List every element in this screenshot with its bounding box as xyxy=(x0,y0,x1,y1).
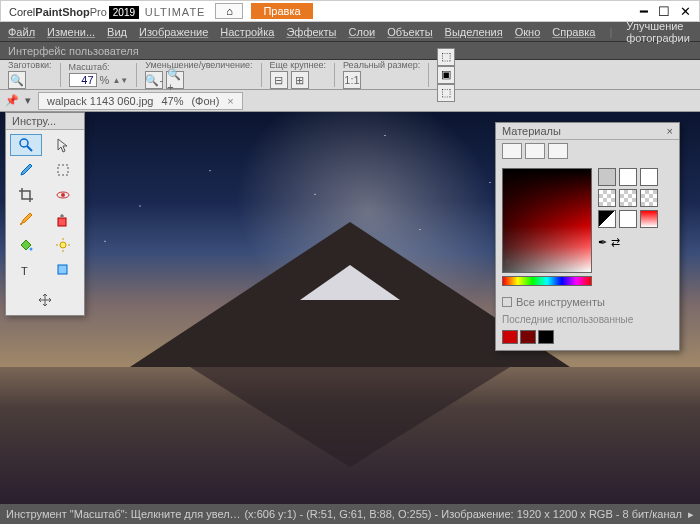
recent-swatch-1[interactable] xyxy=(502,330,518,344)
swatch-transparent-2[interactable] xyxy=(619,189,637,207)
pointer-tool[interactable] xyxy=(47,134,79,156)
zoom-percent: % xyxy=(100,74,110,86)
fit-window-button[interactable]: ⬚ xyxy=(437,48,455,66)
shape-tool[interactable] xyxy=(47,259,79,281)
actual-size-button[interactable]: 1:1 xyxy=(343,71,361,89)
selection-tool[interactable] xyxy=(47,159,79,181)
svg-point-4 xyxy=(61,193,65,197)
menu-layers[interactable]: Слои xyxy=(348,26,375,38)
brand: Corel xyxy=(9,6,35,18)
tool-options-bar: Заготовки: 🔍 Масштаб: % ▲▼ Уменьшение/ув… xyxy=(0,60,700,90)
eyedropper-tool[interactable] xyxy=(10,159,42,181)
presets-group: Заготовки: 🔍 xyxy=(8,60,52,89)
separator xyxy=(261,63,262,87)
pin-button[interactable]: 📌 xyxy=(4,93,20,109)
brush-tool[interactable] xyxy=(10,209,42,231)
zoom-out-button[interactable]: 🔍- xyxy=(145,71,163,89)
snowcap xyxy=(300,265,400,300)
svg-line-1 xyxy=(27,146,32,151)
close-tab-button[interactable]: × xyxy=(227,95,233,107)
move-tool[interactable] xyxy=(29,289,61,311)
actual-size-group: Реальный размер: 1:1 xyxy=(343,60,420,89)
separator xyxy=(428,63,429,87)
material-tab-3[interactable] xyxy=(548,143,568,159)
swatch-4[interactable] xyxy=(619,210,637,228)
zoom-in-icon: 🔍+ xyxy=(167,68,183,93)
swatch-grad[interactable] xyxy=(640,210,658,228)
document-tab[interactable]: walpack 1143 060.jpg 47% (Фон) × xyxy=(38,92,243,110)
separator xyxy=(334,63,335,87)
menu-effects[interactable]: Эффекты xyxy=(286,26,336,38)
all-tools-checkbox[interactable] xyxy=(502,297,512,307)
presets-dropdown[interactable]: 🔍 xyxy=(8,71,26,89)
swatch-transparent-1[interactable] xyxy=(598,189,616,207)
svg-point-7 xyxy=(60,242,66,248)
clone-tool[interactable] xyxy=(47,209,79,231)
bg-swatch[interactable] xyxy=(619,168,637,186)
material-tab-2[interactable] xyxy=(525,143,545,159)
fill-tool[interactable] xyxy=(10,234,42,256)
presets-label: Заготовки: xyxy=(8,60,52,70)
color-gradient[interactable]: ○ xyxy=(502,168,592,273)
zoom-inout-label: Уменьшение/увеличение: xyxy=(145,60,252,70)
menu-objects[interactable]: Объекты xyxy=(387,26,432,38)
svg-rect-9 xyxy=(58,265,67,274)
text-tool[interactable]: T xyxy=(10,259,42,281)
hue-slider[interactable] xyxy=(502,276,592,286)
minimize-button[interactable]: ━ xyxy=(640,4,648,19)
zoom-more-out-button[interactable]: ⊟ xyxy=(270,71,288,89)
home-button[interactable]: ⌂ xyxy=(215,3,243,19)
menu-edit[interactable]: Измени... xyxy=(47,26,95,38)
fg-swatch[interactable] xyxy=(598,168,616,186)
swap-colors-icon[interactable]: ⇄ xyxy=(611,236,620,249)
fit-image-button[interactable]: ⬚ xyxy=(437,84,455,102)
recent-colors-label: Последние использованные xyxy=(496,312,679,327)
lighten-tool[interactable] xyxy=(47,234,79,256)
materials-title[interactable]: Материалы × xyxy=(496,123,679,140)
all-tools-label: Все инструменты xyxy=(516,296,605,308)
menu-view[interactable]: Вид xyxy=(107,26,127,38)
zoom-input[interactable] xyxy=(69,73,97,87)
app-logo: CorelPaintShopPro2019 ULTIMATE xyxy=(9,4,205,19)
ui-mode-label[interactable]: Интерфейс пользователя xyxy=(8,45,139,57)
menu-selections[interactable]: Выделения xyxy=(445,26,503,38)
toolbox-title[interactable]: Инстру... xyxy=(6,113,84,130)
status-hint: Инструмент "Масштаб": Щелкните для увели… xyxy=(6,508,244,520)
crop-tool[interactable] xyxy=(10,184,42,206)
maximize-button[interactable]: ☐ xyxy=(658,4,670,19)
menu-image[interactable]: Изображение xyxy=(139,26,208,38)
menu-adjust[interactable]: Настройка xyxy=(220,26,274,38)
recent-swatch-2[interactable] xyxy=(520,330,536,344)
separator xyxy=(136,63,137,87)
workspace: Инстру... T Материалы × xyxy=(0,112,700,504)
zoom-in-button[interactable]: 🔍+ xyxy=(166,71,184,89)
eyedropper-icon[interactable]: ✒ xyxy=(598,236,607,249)
material-tab-1[interactable] xyxy=(502,143,522,159)
close-button[interactable]: ✕ xyxy=(680,4,691,19)
zoom-more-in-button[interactable]: ⊞ xyxy=(291,71,309,89)
fit-screen-button[interactable]: ▣ xyxy=(437,66,455,84)
menu-help[interactable]: Справка xyxy=(552,26,595,38)
recent-swatch-3[interactable] xyxy=(538,330,554,344)
close-panel-button[interactable]: × xyxy=(667,125,673,137)
menu-window[interactable]: Окно xyxy=(515,26,541,38)
zoom-stepper[interactable]: ▲▼ xyxy=(112,76,128,85)
redeye-tool[interactable] xyxy=(47,184,79,206)
picker-ring-icon: ○ xyxy=(505,256,510,266)
swatch-transparent-3[interactable] xyxy=(640,189,658,207)
zoom-inout-group: Уменьшение/увеличение: 🔍- 🔍+ xyxy=(145,60,252,89)
svg-text:T: T xyxy=(21,265,28,277)
zoom-tool[interactable] xyxy=(10,134,42,156)
status-menu-button[interactable]: ▸ xyxy=(688,508,694,521)
swatch-white[interactable] xyxy=(640,168,658,186)
status-info: (x:606 y:1) - (R:51, G:61, B:88, O:255) … xyxy=(244,508,682,520)
tab-menu-button[interactable]: ▾ xyxy=(20,93,36,109)
menu-photo-enhance[interactable]: Улучшение фотографии xyxy=(626,20,690,44)
zoom-group: Масштаб: % ▲▼ xyxy=(69,62,129,87)
menu-file[interactable]: Файл xyxy=(8,26,35,38)
materials-title-text: Материалы xyxy=(502,125,561,137)
svg-rect-5 xyxy=(58,218,66,226)
workspace-tab-edit[interactable]: Правка xyxy=(251,3,312,19)
sub-toolbar: Интерфейс пользователя xyxy=(0,42,700,60)
swatch-bw[interactable] xyxy=(598,210,616,228)
